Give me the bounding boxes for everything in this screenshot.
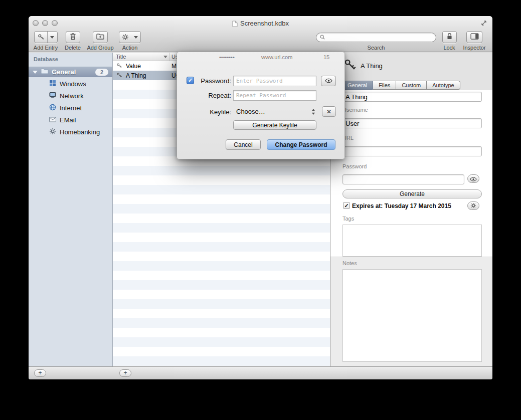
chevron-down-icon [134,36,138,39]
password-field[interactable] [342,174,464,184]
key-plus-icon [35,32,47,43]
inspector-panel-icon [470,33,479,42]
dialog-repeat-input[interactable] [233,90,316,101]
change-password-button[interactable]: Change Password [267,139,335,150]
add-entry-dropdown[interactable] [48,32,57,43]
network-icon [49,92,56,100]
sidebar-item-label: Homebanking [60,128,100,136]
cancel-button[interactable]: Cancel [226,139,261,150]
gear-icon [119,32,131,43]
inspector-tabs: General Files Custom Autotype [341,81,460,90]
sort-indicator-icon [163,56,167,58]
keyfile-clear-button[interactable]: ✕ [322,106,336,117]
sidebar: Database General 2 Windows Network [29,53,113,366]
change-password-dialog: ✓ Password: Repeat: Keyfile: Choose… ✕ G… [177,52,345,159]
sidebar-item-label: EMail [60,116,76,124]
app-window: Screenshot.kdbx Add Entry Delete Ad [29,16,492,379]
row-title: A Thing [126,72,146,79]
inspector-label: Inspector [463,45,485,51]
expires-text: Expires at: Tuesday 17 March 2015 [352,202,451,209]
key-icon [116,72,122,80]
window-chrome: Screenshot.kdbx Add Entry Delete Ad [29,16,492,52]
row-title: Value [126,63,141,70]
search-input[interactable] [327,34,433,42]
add-group-plus-button[interactable]: + [34,369,46,377]
windows-icon [49,80,56,88]
notes-label: Notes [342,260,357,266]
sidebar-item-label: Network [60,92,84,100]
eye-icon [325,78,332,85]
entry-key-icon [343,58,357,73]
sidebar-item-windows[interactable]: Windows [29,78,112,90]
dialog-password-input[interactable] [233,76,316,86]
eye-icon [470,174,477,183]
search-field[interactable] [316,33,436,42]
add-group-button[interactable] [93,31,108,43]
keyfile-popup-value: Choose… [236,108,265,115]
lock-button[interactable] [442,31,457,43]
sidebar-group-general[interactable]: General 2 [29,67,112,77]
inspector-panel: A Thing General Files Custom Autotype Us… [330,53,492,366]
sidebar-item-label: Internet [60,104,82,112]
sidebar-header: Database [34,56,58,62]
show-password-button[interactable] [467,174,479,183]
dialog-password-label: Password: [195,77,231,85]
add-entry-button[interactable] [34,31,58,43]
fullscreen-icon[interactable] [480,20,488,28]
globe-icon [49,104,56,112]
action-label: Action [122,45,138,51]
gear-icon [470,201,476,211]
search-label: Search [368,45,385,51]
add-group-label: Add Group [87,45,113,51]
inspector-entry-title: A Thing [361,62,383,70]
sidebar-item-email[interactable]: EMail [29,114,112,126]
stepper-arrows-icon [311,108,315,115]
action-button[interactable] [119,31,141,43]
inspector-toggle-button[interactable] [466,31,482,43]
expires-checkbox[interactable]: ✓ [343,202,350,209]
url-field[interactable] [342,146,482,156]
sidebar-item-internet[interactable]: Internet [29,102,112,114]
sidebar-item-network[interactable]: Network [29,90,112,102]
document-icon [232,21,238,27]
dialog-show-password-button[interactable] [321,76,336,86]
tab-custom[interactable]: Custom [396,81,427,90]
tab-autotype[interactable]: Autotype [427,81,460,90]
add-entry-label: Add Entry [34,45,58,51]
trash-icon [70,33,76,42]
delete-label: Delete [65,45,81,51]
username-label: Username [342,107,368,113]
disclosure-triangle-icon[interactable] [33,71,38,74]
expires-settings-button[interactable] [467,201,479,210]
lock-label: Lock [443,45,455,51]
sidebar-group-label: General [52,68,76,76]
search-icon [319,33,325,42]
keyfile-popup[interactable]: Choose… [233,106,317,117]
generate-password-button[interactable]: Generate [342,189,482,198]
title-field[interactable] [342,92,482,102]
envelope-icon [49,116,56,124]
generate-keyfile-button[interactable]: Generate Keyfile [233,120,316,130]
dialog-keyfile-label: Keyfile: [195,108,231,116]
tags-textarea[interactable] [342,225,482,257]
tab-general[interactable]: General [341,81,373,90]
dialog-repeat-label: Repeat: [195,92,231,99]
password-enabled-checkbox[interactable]: ✓ [187,77,194,84]
sidebar-item-homebanking[interactable]: Homebanking [29,126,112,138]
username-field[interactable] [342,118,482,128]
sidebar-item-label: Windows [60,80,86,88]
password-label: Password [342,163,367,169]
desktop: { "window": { "title": "Screenshot.kdbx"… [0,0,521,420]
delete-button[interactable] [66,31,80,43]
notes-textarea[interactable] [342,269,482,362]
bottom-bar: + + [29,366,492,379]
tab-files[interactable]: Files [373,81,396,90]
folder-icon [41,68,49,76]
add-entry-plus-button[interactable]: + [119,369,131,377]
lock-icon [446,33,453,42]
homebanking-gear-icon [49,128,56,136]
column-header-title[interactable]: Title [116,54,126,60]
action-dropdown[interactable] [131,32,140,43]
folder-plus-icon [96,33,104,42]
entry-count-badge: 2 [95,69,108,76]
